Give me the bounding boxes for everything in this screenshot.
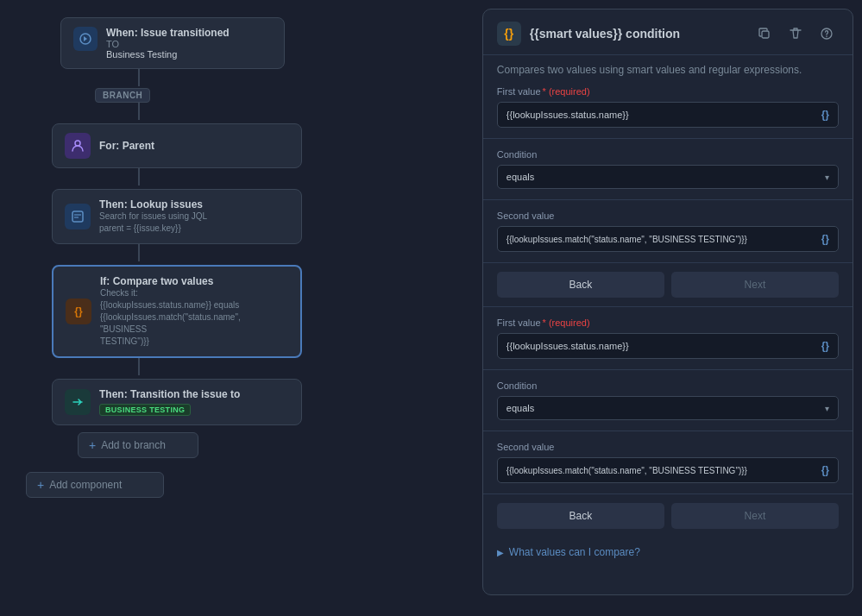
first-value-text-1: {{lookupIssues.status.name}}: [507, 110, 629, 120]
first-value-input-1[interactable]: {{lookupIssues.status.name}} {}: [497, 102, 839, 128]
first-value-label-2: First value* (required): [497, 317, 839, 328]
second-value-label-2: Second value: [497, 442, 839, 452]
panel-header: {} {{smart values}} condition: [483, 9, 853, 55]
transition-icon: [65, 389, 91, 415]
for-parent-text: For: Parent: [99, 140, 154, 152]
form-section-2: First value* (required) {{lookupIssues.s…: [483, 307, 853, 370]
compare-text: If: Compare two values Checks it:{{looku…: [100, 275, 288, 348]
node-for-parent[interactable]: For: Parent: [52, 123, 302, 168]
lookup-text: Then: Lookup issues Search for issues us…: [99, 198, 207, 235]
add-to-branch-button[interactable]: + Add to branch: [78, 432, 198, 458]
status-badge: BUSINESS TESTING: [99, 404, 191, 416]
svg-rect-2: [72, 211, 83, 222]
trigger-to-label: TO: [106, 39, 230, 49]
trigger-block: When: Issue transitioned TO Business Tes…: [60, 17, 285, 69]
svg-rect-5: [762, 31, 769, 38]
back-button-1[interactable]: Back: [497, 272, 664, 298]
compare-title: If: Compare two values: [100, 275, 288, 287]
add-component-label: Add component: [49, 479, 122, 491]
lookup-title: Then: Lookup issues: [99, 198, 207, 211]
left-panel: When: Issue transitioned TO Business Tes…: [0, 0, 474, 616]
back-button-2[interactable]: Back: [497, 503, 664, 529]
node-lookup-issues[interactable]: Then: Lookup issues Search for issues us…: [52, 189, 302, 244]
trigger-icon: [73, 27, 98, 51]
svg-point-1: [75, 141, 80, 146]
node-compare-values[interactable]: {} If: Compare two values Checks it:{{lo…: [52, 265, 302, 358]
chevron-icon-1: ▾: [825, 173, 829, 182]
connector-4: [138, 244, 140, 261]
delete-button[interactable]: [783, 22, 808, 46]
condition-label-2: Condition: [497, 380, 839, 391]
connector-2: [138, 103, 140, 120]
btn-row-2: Back Next: [483, 494, 853, 537]
panel-description: Compares two values using smart values a…: [483, 55, 853, 76]
second-value-text-1: {{lookupIssues.match("status.name", "BUS…: [507, 235, 747, 244]
second-value-input-2[interactable]: {{lookupIssues.match("status.name", "BUS…: [497, 457, 839, 483]
panel-header-icon: {}: [497, 22, 521, 46]
smart-value-btn-2b[interactable]: {}: [821, 464, 829, 476]
condition-select-1[interactable]: equals ▾: [497, 165, 839, 189]
trigger-title: When: Issue transitioned: [106, 27, 230, 39]
connector-1: [138, 69, 140, 86]
chevron-right-icon: ▶: [497, 548, 504, 557]
first-value-text-2: {{lookupIssues.status.name}}: [507, 341, 629, 351]
panel-actions: [752, 22, 839, 46]
condition-value-2: equals: [507, 403, 534, 413]
panel-icon-symbol: {}: [504, 27, 513, 41]
transition-text: Then: Transition the issue to BUSINESS T…: [99, 388, 240, 416]
duplicate-button[interactable]: [752, 22, 777, 46]
lookup-icon: [65, 204, 91, 229]
condition-value-1: equals: [507, 172, 534, 182]
condition-section-1: Condition equals ▾: [483, 139, 853, 200]
first-value-input-2[interactable]: {{lookupIssues.status.name}} {}: [497, 333, 839, 359]
right-panel: {} {{smart values}} condition: [482, 9, 853, 595]
trigger-to-value: Business Testing: [106, 49, 230, 60]
connector-5: [138, 358, 140, 375]
condition-section-2: Condition equals ▾: [483, 370, 853, 431]
next-button-1[interactable]: Next: [671, 272, 839, 298]
condition-label-1: Condition: [497, 149, 839, 160]
second-value-input-1[interactable]: {{lookupIssues.match("status.name", "BUS…: [497, 226, 839, 252]
second-value-text-2: {{lookupIssues.match("status.name", "BUS…: [507, 466, 747, 475]
smart-value-btn-1[interactable]: {}: [821, 109, 829, 121]
for-parent-title: For: Parent: [99, 140, 154, 152]
transition-title: Then: Transition the issue to: [99, 388, 240, 400]
second-value-label-1: Second value: [497, 211, 839, 221]
branch-label: BRANCH: [95, 88, 150, 103]
add-branch-label: Add to branch: [101, 439, 166, 451]
condition-select-2[interactable]: equals ▾: [497, 396, 839, 420]
lookup-desc: Search for issues using JQLparent = {{is…: [99, 211, 207, 235]
help-link[interactable]: ▶ What values can I compare?: [483, 537, 853, 570]
node-transition[interactable]: Then: Transition the issue to BUSINESS T…: [52, 379, 302, 425]
compare-icon: {}: [66, 299, 91, 324]
plus-icon: +: [89, 438, 96, 452]
panel-title: {{smart values}} condition: [530, 27, 752, 41]
trigger-text: When: Issue transitioned TO Business Tes…: [106, 27, 230, 60]
connector-3: [138, 168, 140, 185]
plus-icon-2: +: [37, 478, 44, 492]
form-section-1: First value* (required) {{lookupIssues.s…: [483, 76, 853, 139]
help-link-text: What values can I compare?: [509, 546, 640, 558]
chevron-icon-2: ▾: [825, 404, 829, 413]
smart-value-btn-2[interactable]: {}: [821, 340, 829, 352]
btn-row-1: Back Next: [483, 263, 853, 306]
smart-value-btn-1b[interactable]: {}: [821, 233, 829, 245]
second-value-section-1: Second value {{lookupIssues.match("statu…: [483, 200, 853, 263]
add-component-button[interactable]: + Add component: [26, 472, 164, 498]
for-parent-icon: [65, 133, 91, 159]
help-button[interactable]: [815, 22, 839, 46]
next-button-2[interactable]: Next: [671, 503, 839, 529]
first-value-label-1: First value* (required): [497, 86, 839, 97]
second-value-section-2: Second value {{lookupIssues.match("statu…: [483, 431, 853, 494]
compare-desc: Checks it:{{lookupIssues.status.name}} e…: [100, 287, 288, 348]
